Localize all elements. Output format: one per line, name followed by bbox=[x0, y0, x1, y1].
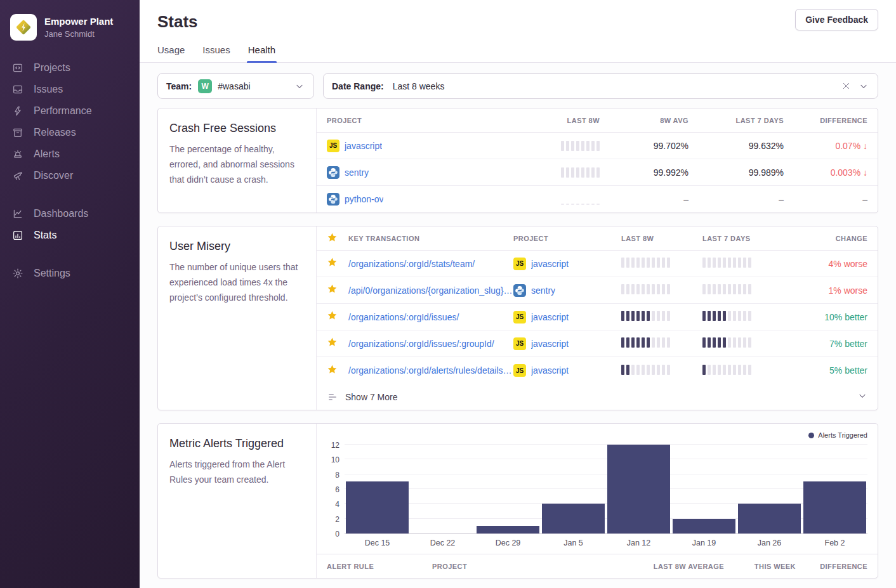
spark-bar bbox=[636, 311, 640, 321]
sidebar-item-settings[interactable]: Settings bbox=[0, 263, 140, 284]
spark-bar bbox=[662, 258, 665, 268]
alerts-icon bbox=[11, 148, 24, 160]
change-cell: 5% better bbox=[796, 365, 867, 376]
give-feedback-button[interactable]: Give Feedback bbox=[795, 9, 878, 30]
difference-cell: – bbox=[784, 194, 867, 204]
value-cell: 99.632% bbox=[688, 141, 784, 151]
spark-bar bbox=[667, 337, 670, 348]
spark-bar bbox=[702, 258, 706, 268]
transaction-link[interactable]: /organizations/:orgId/issues/:groupId/ bbox=[348, 339, 513, 349]
team-selector[interactable]: Team: W #wasabi bbox=[157, 73, 314, 99]
transaction-link[interactable]: /organizations/:orgId/issues/ bbox=[348, 312, 513, 322]
spark-bar bbox=[571, 167, 574, 178]
sidebar-item-alerts[interactable]: Alerts bbox=[0, 143, 140, 165]
sidebar-item-label: Discover bbox=[34, 170, 73, 181]
sidebar-item-dashboards[interactable]: Dashboards bbox=[0, 203, 140, 225]
gridline bbox=[345, 444, 867, 445]
sidebar-item-label: Releases bbox=[34, 127, 76, 138]
trend-sparkline bbox=[621, 364, 670, 375]
key-transaction-star-icon[interactable] bbox=[327, 284, 348, 297]
clear-icon[interactable] bbox=[840, 81, 852, 92]
key-transaction-star-icon[interactable] bbox=[327, 257, 348, 270]
transaction-link[interactable]: /organizations/:orgId/alerts/rules/detai… bbox=[348, 365, 513, 376]
spark-bar bbox=[586, 204, 590, 205]
discover-icon bbox=[11, 169, 24, 182]
project-link[interactable]: javascript bbox=[345, 141, 382, 151]
tab-issues[interactable]: Issues bbox=[202, 44, 230, 62]
spark-bar bbox=[662, 337, 665, 348]
transaction-link[interactable]: /organizations/:orgId/stats/team/ bbox=[348, 259, 513, 269]
spark-bar bbox=[647, 284, 650, 294]
chevron-down-icon[interactable] bbox=[857, 391, 867, 403]
trend-cell bbox=[621, 337, 702, 350]
sidebar-item-label: Issues bbox=[34, 84, 63, 95]
alerts-bar-chart: Alerts Triggered 024681012 Dec 15Dec 22D… bbox=[317, 424, 878, 554]
sidebar-item-performance[interactable]: Performance bbox=[0, 100, 140, 122]
spark-bar bbox=[621, 311, 624, 321]
difference-cell: 0.07% ↓ bbox=[784, 141, 867, 151]
sidebar-item-discover[interactable]: Discover bbox=[0, 165, 140, 186]
y-tick-label: 4 bbox=[335, 500, 339, 509]
spark-bar bbox=[723, 337, 726, 348]
project-link[interactable]: sentry bbox=[345, 167, 369, 178]
javascript-platform-icon: JS bbox=[327, 140, 339, 152]
column-header: Difference bbox=[784, 117, 867, 124]
spark-bar bbox=[728, 337, 731, 348]
show-more-row[interactable]: Show 7 More bbox=[317, 384, 878, 410]
project-link[interactable]: javascript bbox=[531, 365, 569, 376]
table-row: /organizations/:orgId/alerts/rules/detai… bbox=[317, 357, 878, 384]
chart-bar bbox=[607, 445, 670, 533]
chart-bar bbox=[673, 519, 735, 533]
spark-bar bbox=[566, 167, 569, 178]
main-area: Stats Give Feedback Usage Issues Health … bbox=[140, 0, 896, 588]
spark-bar bbox=[667, 284, 670, 294]
spark-bar bbox=[631, 258, 635, 268]
x-tick-label: Dec 15 bbox=[345, 539, 410, 547]
sidebar-item-stats[interactable]: Stats bbox=[0, 225, 140, 246]
change-cell: 1% worse bbox=[796, 285, 867, 296]
project-link[interactable]: javascript bbox=[531, 259, 569, 269]
transaction-link[interactable]: /api/0/organizations/{organization_slug}… bbox=[348, 285, 513, 296]
chevron-down-icon[interactable] bbox=[858, 81, 869, 92]
spark-bar bbox=[733, 258, 736, 268]
spark-bar bbox=[733, 311, 736, 321]
project-link[interactable]: python-ov bbox=[345, 194, 383, 204]
org-switcher[interactable]: Empower Plant Jane Schmidt bbox=[0, 9, 140, 57]
sidebar-item-projects[interactable]: Projects bbox=[0, 57, 140, 79]
spark-bar bbox=[743, 337, 746, 348]
trend-sparkline bbox=[702, 284, 751, 294]
chart-legend: Alerts Triggered bbox=[327, 430, 867, 440]
table-header-row: Alert Rule Project Last 8W Average This … bbox=[317, 554, 878, 578]
date-range-selector[interactable]: Date Range: Last 8 weeks bbox=[323, 73, 878, 99]
user-misery-description: User Misery The number of unique users t… bbox=[158, 226, 317, 410]
sidebar-item-releases[interactable]: Releases bbox=[0, 122, 140, 143]
spark-bar bbox=[662, 284, 665, 294]
spark-bar bbox=[718, 365, 721, 375]
tab-health[interactable]: Health bbox=[248, 44, 275, 62]
bar-slot bbox=[671, 445, 737, 533]
trend-cell bbox=[702, 257, 796, 270]
project-link[interactable]: sentry bbox=[531, 285, 555, 296]
key-transaction-star-icon[interactable] bbox=[327, 364, 348, 377]
change-cell: 10% better bbox=[796, 312, 867, 322]
key-transaction-star-icon[interactable] bbox=[327, 310, 348, 323]
spark-bar bbox=[626, 337, 629, 348]
column-header: This Week bbox=[724, 563, 796, 570]
key-transaction-star-icon[interactable] bbox=[327, 337, 348, 350]
spark-bar bbox=[631, 365, 635, 375]
org-logo-icon bbox=[10, 14, 37, 41]
project-link[interactable]: javascript bbox=[531, 312, 569, 322]
chevron-down-icon[interactable] bbox=[294, 81, 305, 92]
page-header: Stats Give Feedback Usage Issues Health bbox=[140, 0, 896, 63]
project-link[interactable]: javascript bbox=[531, 339, 569, 349]
panel-title: User Misery bbox=[169, 240, 305, 253]
sidebar-item-issues[interactable]: Issues bbox=[0, 79, 140, 100]
app-window: Empower Plant Jane Schmidt Projects Issu… bbox=[0, 0, 896, 588]
tab-usage[interactable]: Usage bbox=[157, 44, 185, 62]
y-tick-label: 6 bbox=[335, 485, 339, 494]
python-platform-icon bbox=[513, 284, 526, 297]
trend-sparkline bbox=[702, 257, 751, 268]
trend-sparkline bbox=[702, 337, 751, 348]
javascript-platform-icon: JS bbox=[513, 258, 526, 270]
spark-bar bbox=[718, 337, 721, 348]
